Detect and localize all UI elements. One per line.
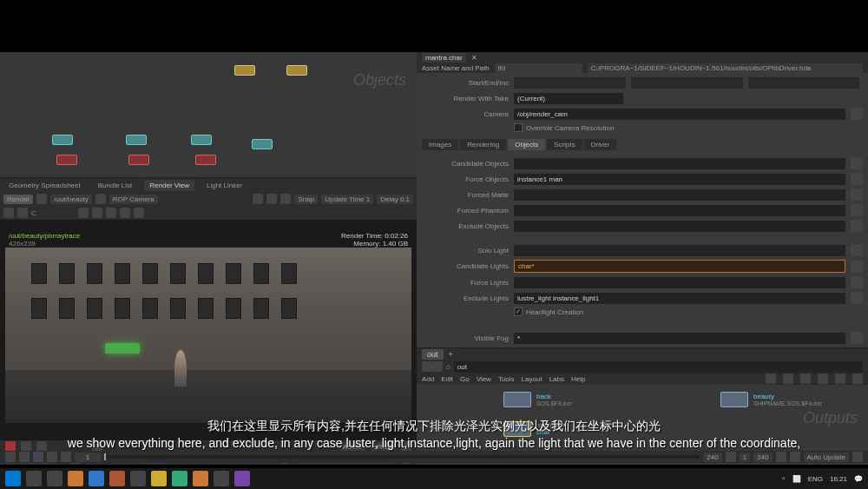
play-start-icon[interactable] bbox=[5, 452, 16, 462]
render-button[interactable]: Render bbox=[3, 195, 33, 204]
start-button[interactable] bbox=[5, 471, 21, 486]
chooser-icon[interactable] bbox=[851, 332, 863, 344]
home-icon[interactable]: ⌂ bbox=[443, 363, 454, 371]
tab-rendering[interactable]: Rendering bbox=[460, 139, 506, 150]
tab-light-linker[interactable]: Light Linker bbox=[201, 180, 247, 191]
node[interactable] bbox=[52, 135, 73, 145]
node[interactable] bbox=[234, 65, 255, 76]
toolbar-btn[interactable] bbox=[106, 208, 116, 218]
camera-chooser-icon[interactable] bbox=[851, 108, 863, 120]
toolbar-btn[interactable] bbox=[134, 208, 144, 218]
chooser-icon[interactable] bbox=[851, 244, 863, 256]
toolbar-btn[interactable] bbox=[766, 373, 776, 384]
end-range[interactable]: 240 bbox=[753, 453, 772, 462]
render-take-dropdown[interactable]: (Current) bbox=[514, 93, 623, 104]
toolbar-btn[interactable] bbox=[36, 194, 47, 204]
toolbar-btn[interactable] bbox=[783, 373, 793, 384]
candidate-objects-input[interactable] bbox=[514, 158, 845, 169]
chooser-icon[interactable] bbox=[851, 276, 863, 288]
node[interactable] bbox=[56, 155, 77, 165]
tab-scripts[interactable]: Scripts bbox=[547, 139, 582, 150]
taskbar-app-icon[interactable] bbox=[130, 471, 146, 486]
toolbar-btn[interactable] bbox=[776, 452, 786, 462]
taskbar-app-icon[interactable] bbox=[234, 471, 250, 486]
output-tab[interactable]: out bbox=[422, 349, 444, 360]
forced-phantom-input[interactable] bbox=[514, 205, 845, 216]
taskbar-app-icon[interactable] bbox=[109, 471, 125, 486]
menu-go[interactable]: Go bbox=[460, 375, 470, 383]
task-view-icon[interactable] bbox=[47, 471, 62, 486]
toolbar-btn[interactable] bbox=[280, 194, 291, 204]
exclude-objects-input[interactable] bbox=[514, 221, 845, 232]
toolbar-btn[interactable] bbox=[3, 208, 14, 218]
forward-icon[interactable] bbox=[432, 361, 443, 372]
node[interactable] bbox=[191, 135, 212, 145]
clock[interactable]: 16:21 bbox=[830, 475, 847, 483]
toolbar-btn[interactable] bbox=[17, 208, 28, 218]
asset-name-input[interactable]: ifd bbox=[495, 63, 582, 73]
tab-render-view[interactable]: Render View bbox=[144, 180, 194, 191]
search-icon[interactable] bbox=[26, 471, 42, 486]
toolbar-btn[interactable] bbox=[818, 373, 828, 384]
start-input[interactable] bbox=[514, 77, 626, 89]
end-input[interactable] bbox=[631, 77, 743, 89]
toolbar-btn[interactable] bbox=[835, 373, 845, 384]
toolbar-btn[interactable] bbox=[852, 452, 863, 462]
toolbar-btn[interactable] bbox=[800, 373, 811, 384]
back-icon[interactable] bbox=[422, 361, 432, 372]
tray-icon[interactable]: ⬜ bbox=[792, 475, 801, 483]
toolbar-btn[interactable] bbox=[95, 194, 106, 204]
toolbar-btn[interactable] bbox=[78, 208, 89, 218]
tab-images[interactable]: Images bbox=[422, 139, 458, 150]
notifications-icon[interactable]: 💬 bbox=[854, 475, 863, 483]
headlight-checkbox[interactable]: ✓ bbox=[514, 307, 523, 316]
exclude-lights-input[interactable] bbox=[514, 293, 845, 304]
inc-input[interactable] bbox=[748, 77, 860, 89]
node[interactable] bbox=[252, 139, 273, 149]
render-output-path[interactable]: /out/beauty bbox=[50, 195, 92, 204]
taskbar-app-icon[interactable] bbox=[68, 471, 83, 486]
chooser-icon[interactable] bbox=[851, 261, 863, 273]
solo-light-input[interactable] bbox=[514, 245, 845, 256]
forced-matte-input[interactable] bbox=[514, 189, 845, 201]
play-icon[interactable] bbox=[33, 452, 43, 462]
tab-objects[interactable]: Objects bbox=[508, 139, 545, 150]
chooser-icon[interactable] bbox=[851, 292, 863, 304]
language-indicator[interactable]: ENG bbox=[808, 475, 823, 483]
node[interactable] bbox=[195, 155, 216, 165]
start-range[interactable]: 1 bbox=[740, 453, 750, 462]
menu-layout[interactable]: Layout bbox=[522, 375, 542, 383]
file-explorer-icon[interactable] bbox=[151, 471, 167, 486]
toolbar-btn[interactable] bbox=[266, 194, 277, 204]
update-time[interactable]: Update Time 1 bbox=[321, 195, 373, 204]
menu-add[interactable]: Add bbox=[422, 375, 434, 383]
chooser-icon[interactable] bbox=[851, 157, 863, 169]
play-prev-icon[interactable] bbox=[19, 452, 30, 462]
houdini-icon[interactable] bbox=[193, 471, 208, 486]
play-next-icon[interactable] bbox=[47, 452, 57, 462]
taskbar-app-icon[interactable] bbox=[214, 471, 229, 486]
camera-input[interactable] bbox=[514, 109, 845, 120]
menu-labs[interactable]: Labs bbox=[549, 375, 564, 383]
play-end-icon[interactable] bbox=[61, 452, 71, 462]
delay-field[interactable]: Delay 0.1 bbox=[377, 195, 413, 204]
output-node-back[interactable]: back SOS.$F4.exr bbox=[503, 392, 571, 407]
toolbar-btn[interactable] bbox=[92, 208, 102, 218]
chooser-icon[interactable] bbox=[851, 188, 863, 201]
toolbar-btn[interactable] bbox=[726, 452, 736, 462]
toolbar-btn[interactable] bbox=[120, 208, 130, 218]
menu-help[interactable]: Help bbox=[571, 375, 585, 383]
tab-bundle[interactable]: Bundle List bbox=[93, 180, 138, 191]
asset-path-input[interactable]: C:/PROGRA~1/SIDEEF~1/HOUDIN~1.561/houdin… bbox=[588, 63, 863, 73]
node[interactable] bbox=[126, 135, 147, 145]
current-frame[interactable]: 1 bbox=[75, 453, 101, 462]
chooser-icon[interactable] bbox=[851, 173, 863, 185]
network-path[interactable]: out bbox=[454, 361, 863, 373]
taskbar-app-icon[interactable] bbox=[172, 471, 187, 486]
node[interactable] bbox=[286, 65, 307, 76]
menu-tools[interactable]: Tools bbox=[498, 375, 515, 383]
node-graph[interactable]: Objects bbox=[0, 52, 417, 178]
render-view[interactable]: /out/beauty/pbrraytrace 426x239 0 C Rend… bbox=[0, 220, 417, 440]
override-cam-checkbox[interactable] bbox=[514, 123, 523, 132]
visible-fog-input[interactable] bbox=[514, 333, 845, 344]
